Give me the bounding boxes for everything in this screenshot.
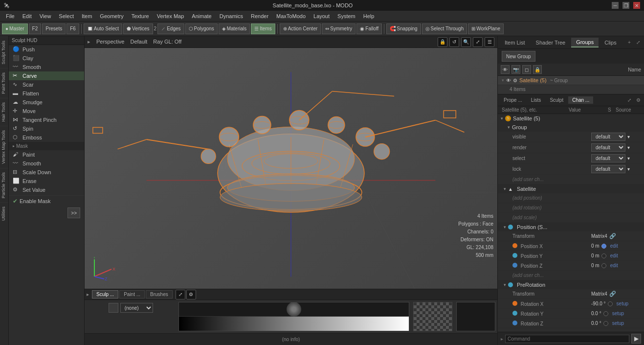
viewport-canvas[interactable]: 4 Items Polygons : Face Channels: 0 Defo…	[85, 48, 497, 289]
pos-z-edit[interactable]: edit	[610, 263, 618, 268]
group-row-satellite[interactable]: ▾ 👁 ⚙ Satellite (5) ~ Group	[498, 76, 644, 85]
tool-tangent-pinch[interactable]: ⋈ Tangent Pinch	[9, 115, 84, 124]
lock-icon[interactable]: 🔒	[533, 65, 542, 74]
expand-button[interactable]: >>	[67, 207, 80, 218]
eye-icon[interactable]: 👁	[501, 65, 510, 74]
render-dropdown[interactable]: default	[591, 143, 625, 152]
strip-sculpt-tools[interactable]: Sculpt Tools	[0, 36, 8, 68]
tab-clips[interactable]: Clips	[600, 38, 621, 47]
rot-x-radio[interactable]	[608, 301, 613, 306]
strip-vertex-map[interactable]: Vertex Map Tools	[0, 126, 8, 168]
tool-carve[interactable]: ✂ Carve	[9, 71, 84, 80]
enable-mask-row[interactable]: ✔ Enable Mask	[9, 195, 84, 206]
minimize-button[interactable]: ─	[612, 2, 619, 9]
tool-emboss[interactable]: ⬡ Emboss	[9, 133, 84, 142]
satellite5-header[interactable]: ▾ S Satellite (5)	[498, 114, 644, 123]
tool-spin[interactable]: ↺ Spin	[9, 124, 84, 133]
materials-button[interactable]: ◈ Materials	[219, 23, 250, 34]
mode-f2-button[interactable]: F2	[29, 23, 42, 34]
menu-vertex-map[interactable]: Vertex Map	[153, 12, 188, 20]
auto-select-button[interactable]: 🔲 Auto Select	[84, 23, 122, 34]
rot-x-edit[interactable]: setup	[617, 301, 628, 306]
vertices-button[interactable]: ⬟ Vertices	[123, 23, 153, 34]
group-subheader[interactable]: ▾ Group	[498, 123, 644, 132]
menu-edit[interactable]: Edit	[19, 12, 36, 20]
rot-z-edit[interactable]: setup	[612, 321, 624, 326]
lock-dropdown[interactable]: default	[591, 165, 625, 173]
pos-y-radio[interactable]	[601, 253, 606, 258]
select-icon[interactable]: ◻	[522, 65, 531, 74]
tab-maximize-icon[interactable]: ⤢	[634, 39, 642, 46]
viewport-ray-gl[interactable]: Ray GL: Off	[153, 39, 181, 45]
tool-smooth[interactable]: 〰 Smooth	[9, 63, 84, 71]
tool-scale-down[interactable]: ⊟ Scale Down	[9, 168, 84, 177]
tool-erase[interactable]: ⬜ Erase	[9, 177, 84, 185]
menu-item[interactable]: Item	[78, 12, 96, 20]
viewport-refresh-icon[interactable]: ↺	[449, 37, 459, 47]
menu-geometry[interactable]: Geometry	[96, 12, 127, 20]
workplane-button[interactable]: ⊞ WorkPlane	[468, 23, 504, 34]
viewport-perspective[interactable]: Perspective	[96, 39, 124, 45]
action-center-button[interactable]: ⊕ Action Center	[280, 23, 321, 34]
pos-x-edit[interactable]: edit	[610, 243, 618, 249]
viewport-lock-icon[interactable]: 🔒	[438, 37, 447, 47]
menu-file[interactable]: File	[2, 12, 19, 20]
bottom-tab-paint[interactable]: Paint ...	[119, 290, 145, 299]
menu-help[interactable]: Help	[359, 12, 378, 20]
satellite-subheader[interactable]: ▾ ▲ Satellite	[498, 184, 644, 193]
bottom-tab-sculpt[interactable]: Sculp ...	[92, 290, 118, 299]
tool-move[interactable]: ✛ Move	[9, 107, 84, 115]
command-input[interactable]	[505, 335, 629, 343]
props-tab-lists[interactable]: Lists	[527, 96, 545, 104]
bottom-tab-brushes[interactable]: Brushes	[146, 290, 173, 299]
menu-dynamics[interactable]: Dynamics	[216, 12, 247, 20]
tab-groups[interactable]: Groups	[571, 38, 599, 47]
strip-particle-tools[interactable]: Particle Tools	[0, 168, 8, 202]
tool-clay[interactable]: ⬛ Clay	[9, 54, 84, 63]
strip-hair-tools[interactable]: Hair Tools	[0, 98, 8, 126]
select-dropdown[interactable]: default	[591, 154, 625, 162]
viewport-shading[interactable]: Default	[130, 39, 147, 45]
falloff-button[interactable]: ◉ Falloff	[356, 23, 382, 34]
menu-texture[interactable]: Texture	[128, 12, 153, 20]
tool-mask-paint[interactable]: 🖌 Paint	[9, 150, 84, 159]
pos-y-edit[interactable]: edit	[610, 253, 618, 258]
prerotation-header[interactable]: ▾ PreRotation	[498, 280, 644, 289]
tool-flatten[interactable]: ▬ Flatten	[9, 89, 84, 98]
restore-button[interactable]: ❐	[622, 2, 629, 9]
props-tab-prope[interactable]: Prope ...	[500, 96, 526, 104]
presets-button[interactable]: Presets	[42, 23, 66, 34]
symmetry-button[interactable]: ⇔ Symmetry	[322, 23, 355, 34]
brush-selector[interactable]: (none)	[120, 303, 153, 313]
pos-x-radio[interactable]	[601, 244, 606, 249]
menu-select[interactable]: Select	[55, 12, 78, 20]
menu-render[interactable]: Render	[247, 12, 272, 20]
visible-dropdown[interactable]: default	[591, 133, 625, 141]
tab-add-icon[interactable]: +	[625, 39, 633, 46]
props-settings-icon[interactable]: ⚙	[634, 96, 642, 104]
close-button[interactable]: ✕	[633, 2, 640, 9]
tool-push[interactable]: 🔵 Push	[9, 45, 84, 54]
props-tab-sculpt[interactable]: Sculpt	[546, 96, 567, 104]
select-through-button[interactable]: ◎ Select Through	[422, 23, 467, 34]
rot-y-edit[interactable]: setup	[612, 311, 624, 316]
tab-item-list[interactable]: Item List	[500, 38, 530, 47]
props-maximize-icon[interactable]: ⤢	[625, 96, 633, 104]
strip-paint-tools[interactable]: Paint Tools	[0, 68, 8, 98]
polygons-button[interactable]: ⬡ Polygons	[185, 23, 218, 34]
menu-animate[interactable]: Animate	[188, 12, 215, 20]
tab-shader-tree[interactable]: Shader Tree	[531, 38, 571, 47]
pos-z-radio[interactable]	[601, 263, 606, 268]
props-tab-chan[interactable]: Chan ...	[568, 96, 593, 104]
tool-scar[interactable]: ∿ Scar	[9, 80, 84, 89]
tool-set-value[interactable]: ⚙ Set Value	[9, 185, 84, 194]
bottom-settings-icon[interactable]: ⚙	[186, 290, 196, 299]
viewport-maximize-icon[interactable]: ⤢	[473, 37, 483, 47]
items-button[interactable]: ☰ Items	[251, 23, 275, 34]
new-group-button[interactable]: New Group	[502, 51, 535, 62]
position-header[interactable]: ▾ Position (S...	[498, 223, 644, 231]
presets-f6-button[interactable]: F6	[67, 23, 79, 34]
tool-smudge[interactable]: ☁ Smudge	[9, 98, 84, 107]
menu-layout[interactable]: Layout	[310, 12, 333, 20]
tool-mask-smooth[interactable]: 〰 Smooth	[9, 159, 84, 168]
